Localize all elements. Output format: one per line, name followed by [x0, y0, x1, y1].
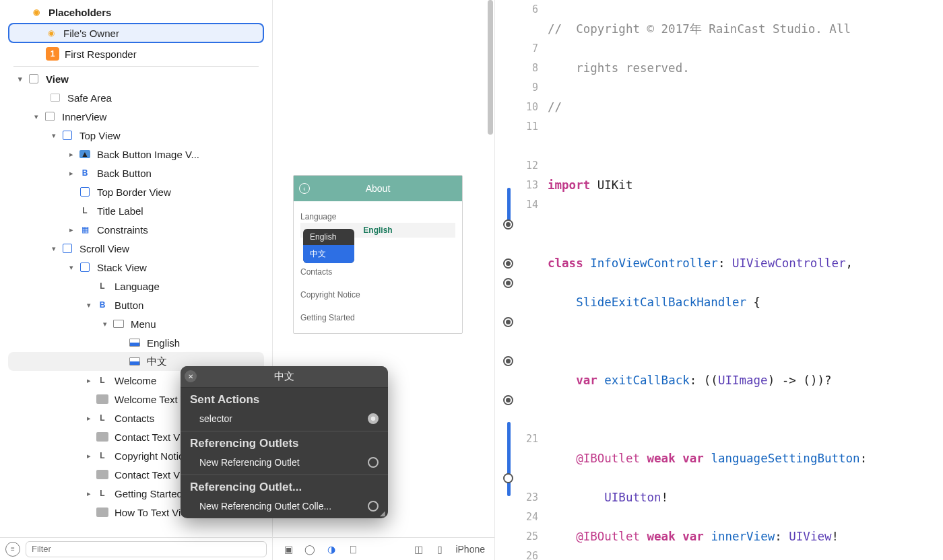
back-img-row[interactable]: ▸ ▲ Back Button Image V... — [0, 145, 272, 164]
menu-row[interactable]: ▾ Menu — [0, 314, 272, 333]
chevron-right-icon[interactable]: ▸ — [85, 376, 93, 385]
connection-dot-icon[interactable] — [368, 501, 379, 512]
device-label[interactable]: iPhone — [455, 544, 485, 555]
top-view-row[interactable]: ▾ Top View — [0, 126, 272, 145]
first-responder-row[interactable]: 1 First Responder — [0, 44, 272, 63]
outlet-indicator-icon[interactable] — [503, 395, 513, 405]
scroll-view-icon — [61, 242, 74, 255]
chevron-down-icon[interactable]: ▾ — [50, 131, 58, 140]
outlet-indicator-icon[interactable] — [503, 219, 513, 230]
scroll-thumb[interactable] — [488, 0, 493, 135]
chevron-down-icon[interactable]: ▾ — [50, 244, 58, 253]
selector-row[interactable]: selector — [181, 409, 388, 431]
code-content[interactable]: // Copyright © 2017年 RainCast Studio. Al… — [544, 0, 943, 560]
preview-language-menu[interactable]: English 中文 — [303, 229, 354, 263]
chevron-down-icon[interactable]: ▾ — [85, 301, 93, 310]
chevron-right-icon[interactable]: ▸ — [67, 150, 75, 159]
label-icon: L — [78, 204, 92, 217]
view-label: View — [46, 73, 69, 85]
chevron-right-icon[interactable]: ▸ — [85, 489, 93, 498]
back-button-row[interactable]: ▸ B Back Button — [0, 164, 272, 182]
safe-area-icon — [48, 91, 62, 104]
chevron-down-icon[interactable]: ▾ — [67, 263, 75, 272]
appearance-icon[interactable]: ◑ — [325, 543, 337, 555]
outlet-indicator-icon[interactable] — [503, 356, 513, 366]
nav-bar: ‹ About — [294, 176, 462, 201]
back-button-label: Back Button — [97, 168, 152, 179]
top-border-row[interactable]: Top Border View — [0, 182, 272, 201]
device-icon[interactable]: ▯ — [434, 543, 446, 555]
filter-icon[interactable]: ≡ — [5, 542, 20, 557]
files-owner-row[interactable]: ◉ File's Owner — [8, 23, 264, 43]
view-icon — [78, 185, 92, 199]
gutter-marks — [495, 0, 521, 560]
top-border-label: Top Border View — [97, 186, 171, 198]
button-row[interactable]: ▾ B Button — [0, 295, 272, 314]
orientation-icon[interactable]: ⎕ — [347, 543, 359, 555]
chevron-right-icon[interactable]: ▸ — [85, 452, 93, 460]
english-row[interactable]: English — [0, 333, 272, 352]
menu-item-cn[interactable]: 中文 — [303, 245, 354, 263]
scrollbar[interactable] — [488, 0, 493, 175]
filter-bar: ≡ — [0, 537, 272, 560]
inner-view-row[interactable]: ▾ InnerView — [0, 107, 272, 126]
outlet-indicator-icon[interactable] — [503, 317, 513, 327]
filter-input[interactable] — [26, 541, 267, 557]
outlet-indicator-icon[interactable] — [503, 278, 513, 288]
constraints-row[interactable]: ▸ ▦ Constraints — [0, 220, 272, 239]
sent-actions-header: Sent Actions — [181, 388, 388, 409]
placeholders-label: Placeholders — [48, 7, 111, 18]
code-editor[interactable]: 67891011 121314 21 2324252627 // Copyrig… — [495, 0, 943, 560]
language-row[interactable]: L Language — [0, 277, 272, 295]
canvas-toolbar: ▣ ◯ ◑ ⎕ ◫ ▯ iPhone — [273, 537, 494, 560]
label-icon: L — [96, 374, 109, 387]
outlet-indicator-icon[interactable] — [503, 258, 513, 269]
new-ref-coll-label: New Referencing Outlet Colle... — [199, 501, 331, 512]
preview-body: Language English Contacts Copyright Noti… — [294, 201, 462, 333]
badge-icon: 1 — [46, 47, 59, 61]
accessibility-icon[interactable]: ◯ — [304, 543, 316, 555]
chevron-down-icon[interactable]: ▾ — [16, 75, 24, 83]
selector-label: selector — [199, 413, 232, 424]
stack-view-row[interactable]: ▾ Stack View — [0, 258, 272, 277]
popup-title: 中文 — [274, 370, 294, 382]
placeholders-group[interactable]: ◉ Placeholders — [0, 3, 272, 22]
menu-item-en[interactable]: English — [303, 229, 354, 245]
back-icon[interactable]: ‹ — [299, 183, 310, 194]
chevron-down-icon[interactable]: ▾ — [101, 320, 109, 328]
chevron-right-icon[interactable]: ▸ — [67, 169, 75, 178]
back-img-label: Back Button Image V... — [97, 149, 199, 160]
chevron-down-icon[interactable]: ▾ — [32, 112, 40, 121]
menuitem-icon — [128, 336, 141, 349]
english-label: English — [147, 337, 180, 349]
new-ref-row[interactable]: New Referencing Outlet — [181, 453, 388, 475]
textview-icon — [96, 505, 109, 519]
layout-icon[interactable]: ◫ — [412, 543, 424, 555]
menu-label: Menu — [131, 318, 156, 330]
textview-icon — [96, 430, 109, 444]
view-icon — [27, 72, 40, 85]
resize-grip-icon[interactable]: ◢ — [380, 510, 385, 517]
close-icon[interactable]: ✕ — [185, 370, 197, 382]
cube-icon: ◉ — [30, 5, 43, 19]
ref-coll-header: Referencing Outlet... — [181, 475, 388, 497]
chevron-right-icon[interactable]: ▸ — [85, 414, 93, 423]
new-ref-label: New Referencing Outlet — [199, 457, 300, 468]
top-view-label: Top View — [79, 130, 121, 141]
chevron-right-icon[interactable]: ▸ — [67, 225, 75, 234]
safe-area-row[interactable]: Safe Area — [0, 88, 272, 107]
new-ref-coll-row[interactable]: New Referencing Outlet Colle... — [181, 497, 388, 518]
connection-dot-icon[interactable] — [368, 457, 379, 468]
label-icon: L — [96, 487, 109, 500]
button-icon: B — [96, 298, 109, 312]
outlet-indicator-icon[interactable] — [503, 473, 513, 483]
getting-label: Getting Started — [115, 488, 183, 499]
cube-icon: ◉ — [44, 26, 58, 40]
panel-icon[interactable]: ▣ — [282, 543, 294, 555]
connection-dot-filled-icon[interactable] — [368, 413, 379, 424]
scroll-view-row[interactable]: ▾ Scroll View — [0, 239, 272, 258]
view-row[interactable]: ▾ View — [0, 69, 272, 88]
title-label-row[interactable]: L Title Label — [0, 201, 272, 220]
connections-popover[interactable]: ✕ 中文 Sent Actions selector Referencing O… — [181, 366, 388, 518]
line-numbers: 67891011 121314 21 2324252627 — [521, 0, 544, 560]
